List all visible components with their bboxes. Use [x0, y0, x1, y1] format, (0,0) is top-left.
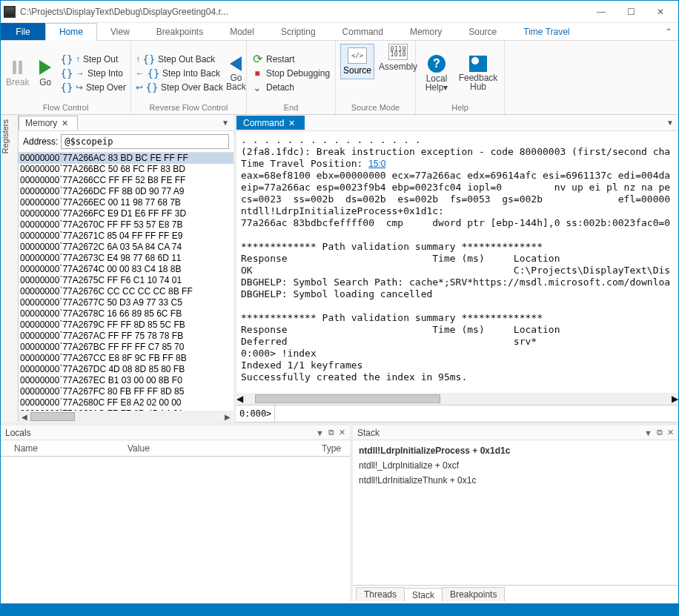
panel-dropdown-icon[interactable]: ▼: [666, 119, 678, 127]
tab-threads[interactable]: Threads: [356, 587, 405, 601]
panel-dropdown-icon[interactable]: ▼: [316, 428, 324, 437]
memory-row[interactable]: 00000000`77A2670C FF FF 53 57 E8 7B: [19, 219, 233, 231]
close-icon[interactable]: ✕: [667, 428, 674, 437]
group-end: End: [251, 102, 331, 113]
pin-icon[interactable]: ⧉: [328, 428, 334, 437]
go-button[interactable]: Go: [33, 44, 57, 102]
tab-memory[interactable]: Memory: [397, 23, 455, 40]
memory-row[interactable]: 00000000`77A2675C FF F6 C1 10 74 01: [19, 275, 233, 286]
panel-dropdown-icon[interactable]: ▼: [222, 119, 233, 127]
group-reverse-flow-control: Reverse Flow Control: [136, 102, 242, 113]
time-travel-link[interactable]: 15:0: [368, 159, 385, 169]
memory-scrollbar[interactable]: ◀▶: [19, 411, 233, 423]
memory-tab[interactable]: Memory✕: [19, 116, 78, 130]
stack-frame[interactable]: ntdll!LdrInitializeThunk + 0x1c: [359, 473, 672, 488]
titlebar: C:\Projects\DisplayText\Debug\DisplayGre…: [1, 1, 678, 23]
locals-table[interactable]: Name Value Type: [1, 440, 350, 601]
memory-row[interactable]: 00000000`77A2676C CC CC CC CC 8B FF: [19, 286, 233, 297]
local-help-button[interactable]: ?Local Help▾: [420, 44, 453, 102]
pin-icon[interactable]: ⧉: [657, 428, 663, 437]
app-icon: [4, 6, 16, 18]
address-input[interactable]: [61, 134, 229, 149]
minimize-button[interactable]: —: [586, 3, 616, 21]
col-name[interactable]: Name: [1, 443, 114, 454]
tab-stack[interactable]: Stack: [404, 588, 443, 602]
memory-row[interactable]: 00000000`77A266FC E9 D1 E6 FF FF 3D: [19, 208, 233, 219]
memory-row[interactable]: 00000000`77A267DC 4D 08 8D 85 80 FB: [19, 364, 233, 375]
stack-frame[interactable]: ntdll!LdrpInitializeProcess + 0x1d1c: [359, 443, 672, 458]
tab-source[interactable]: Source: [455, 23, 510, 40]
col-type[interactable]: Type: [228, 443, 350, 454]
menubar: File Home View Breakpoints Model Scripti…: [1, 23, 678, 41]
memory-row[interactable]: 00000000`77A266BC 50 68 FC FF 83 BD: [19, 164, 233, 175]
panel-dropdown-icon[interactable]: ▼: [644, 428, 652, 437]
close-icon[interactable]: ✕: [339, 428, 345, 437]
tab-breakpoints[interactable]: Breakpoints: [442, 587, 505, 601]
memory-row[interactable]: 00000000`77A267AC FF FF 75 78 78 FB: [19, 331, 233, 342]
restart-button[interactable]: ⟳Restart: [251, 53, 330, 65]
memory-row[interactable]: 00000000`77A2680C FF E8 A2 02 00 00: [19, 397, 233, 408]
command-tab[interactable]: Command✕: [236, 116, 305, 130]
memory-row[interactable]: 00000000`77A267FC 80 FB FF FF 8D 85: [19, 386, 233, 397]
memory-row[interactable]: 00000000`77A267BC FF FF FF C7 85 70: [19, 342, 233, 353]
stack-frame[interactable]: ntdll!_LdrpInitialize + 0xcf: [359, 458, 672, 473]
close-icon[interactable]: ✕: [62, 119, 68, 128]
command-scrollbar[interactable]: ◀▶: [236, 393, 678, 405]
maximize-button[interactable]: ☐: [616, 3, 646, 21]
ribbon: Break Go {}↑Step Out {}→Step Into {}↪Ste…: [1, 41, 678, 115]
step-out-button[interactable]: {}↑Step Out: [61, 53, 126, 65]
close-button[interactable]: ✕: [646, 3, 675, 21]
col-value[interactable]: Value: [114, 443, 228, 454]
memory-grid[interactable]: 00000000`77A266AC 83 BD BC FE FF FF00000…: [19, 153, 233, 411]
tab-model[interactable]: Model: [216, 23, 268, 40]
stop-debugging-button[interactable]: ■Stop Debugging: [251, 67, 330, 79]
command-panel: Command✕ ▼ . . . . . . . . . . . . . . .…: [236, 115, 678, 423]
memory-row[interactable]: 00000000`77A2677C 50 D3 A9 77 33 C5: [19, 297, 233, 308]
address-label: Address:: [23, 136, 58, 147]
tab-command[interactable]: Command: [329, 23, 397, 40]
tab-view[interactable]: View: [97, 23, 143, 40]
tab-breakpoints[interactable]: Breakpoints: [143, 23, 216, 40]
memory-row[interactable]: 00000000`77A2674C 00 00 83 C4 18 8B: [19, 264, 233, 275]
source-mode-button[interactable]: </>Source: [340, 44, 374, 79]
collapse-ribbon-button[interactable]: ⌃: [659, 23, 678, 40]
break-button[interactable]: Break: [5, 44, 30, 102]
memory-row[interactable]: 00000000`77A2678C 16 66 89 85 6C FB: [19, 308, 233, 319]
locals-panel: Locals ▼ ⧉ ✕ Name Value Type: [1, 425, 353, 601]
memory-row[interactable]: 00000000`77A266CC FF FF 52 B8 FE FF: [19, 175, 233, 186]
feedback-icon: [469, 56, 487, 72]
file-menu[interactable]: File: [1, 23, 45, 40]
step-over-back-button[interactable]: ↩{}Step Over Back: [136, 82, 223, 93]
stack-list[interactable]: ntdll!LdrpInitializeProcess + 0x1d1cntdl…: [353, 440, 678, 585]
go-back-button[interactable]: Go Back: [226, 44, 246, 102]
memory-panel: Memory✕ ▼ Address: 00000000`77A266AC 83 …: [19, 115, 236, 423]
memory-row[interactable]: 00000000`77A2681C FF FF 8D 45 A4 6A: [19, 408, 233, 411]
tab-scripting[interactable]: Scripting: [268, 23, 329, 40]
close-icon[interactable]: ✕: [288, 119, 295, 128]
step-into-button[interactable]: {}→Step Into: [61, 67, 126, 79]
step-into-back-button[interactable]: ←{}Step Into Back: [136, 67, 223, 79]
memory-row[interactable]: 00000000`77A266DC FF 8B 0D 90 77 A9: [19, 186, 233, 197]
assembly-mode-button[interactable]: 01101010Assembly: [379, 44, 417, 72]
detach-button[interactable]: ⌄Detach: [251, 82, 330, 93]
step-out-back-button[interactable]: ↑{}Step Out Back: [136, 53, 223, 65]
command-input[interactable]: [275, 408, 678, 420]
memory-row[interactable]: 00000000`77A2679C FF FF 8D 85 5C FB: [19, 319, 233, 331]
tab-home[interactable]: Home: [45, 23, 97, 41]
memory-row[interactable]: 00000000`77A2672C 6A 03 5A 84 CA 74: [19, 242, 233, 253]
memory-row[interactable]: 00000000`77A267CC E8 8F 9C FB FF 8B: [19, 353, 233, 364]
memory-row[interactable]: 00000000`77A267EC B1 03 00 00 8B F0: [19, 375, 233, 386]
stack-panel: Stack ▼ ⧉ ✕ ntdll!LdrpInitializeProcess …: [353, 425, 678, 601]
tab-timetravel[interactable]: Time Travel: [510, 23, 583, 40]
memory-row[interactable]: 00000000`77A2671C 85 04 FF FF FF E9: [19, 231, 233, 242]
stack-title: Stack: [357, 428, 640, 438]
locals-title: Locals: [5, 428, 311, 438]
feedback-hub-button[interactable]: Feedback Hub: [459, 44, 497, 102]
step-over-button[interactable]: {}↪Step Over: [61, 82, 126, 93]
registers-tab[interactable]: Registers: [1, 115, 19, 423]
memory-row[interactable]: 00000000`77A266EC 00 11 98 77 68 7B: [19, 197, 233, 208]
group-flow-control: Flow Control: [5, 102, 126, 113]
command-output[interactable]: . . . . . . . . . . . . . . . . (2fa8.1f…: [236, 131, 678, 405]
memory-row[interactable]: 00000000`77A266AC 83 BD BC FE FF FF: [19, 153, 233, 164]
memory-row[interactable]: 00000000`77A2673C E4 98 77 68 6D 11: [19, 253, 233, 264]
